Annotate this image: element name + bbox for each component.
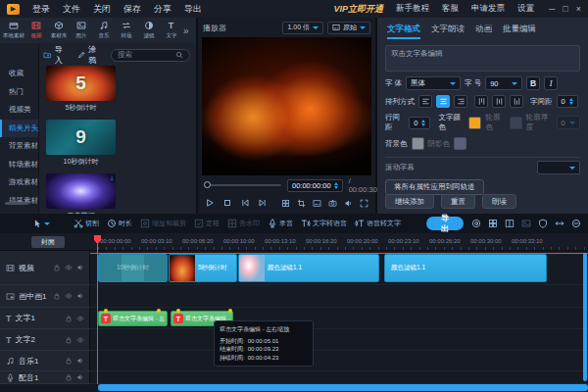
lock-icon[interactable] bbox=[65, 373, 73, 381]
text-color-swatch[interactable] bbox=[468, 117, 481, 129]
track-header-text2[interactable]: T 文字2 bbox=[0, 329, 90, 351]
category-intros[interactable]: 精美片头 bbox=[0, 120, 38, 138]
fullscreen-icon[interactable] bbox=[360, 199, 368, 208]
speaker-icon[interactable] bbox=[76, 292, 84, 300]
clip-handle[interactable] bbox=[228, 309, 232, 313]
eye-icon[interactable] bbox=[76, 315, 84, 322]
menu-save[interactable]: 保存 bbox=[123, 3, 141, 16]
picture-icon[interactable] bbox=[521, 219, 531, 228]
timeline-clip-video[interactable]: 5秒倒计时 bbox=[169, 254, 237, 282]
download-icon[interactable]: ↓ bbox=[110, 174, 114, 182]
lock-icon[interactable] bbox=[65, 336, 73, 344]
clip-handle[interactable] bbox=[157, 309, 161, 313]
previous-frame-button[interactable] bbox=[240, 198, 250, 208]
window-close-button[interactable]: × bbox=[576, 4, 581, 14]
menu-close[interactable]: 关闭 bbox=[93, 3, 111, 16]
tab-filter[interactable]: 滤镜 bbox=[137, 21, 160, 40]
zoom-out-icon[interactable] bbox=[571, 219, 581, 228]
duration-button[interactable]: 时长 bbox=[107, 219, 132, 228]
more-tabs-chevron-icon[interactable]: » bbox=[183, 25, 189, 36]
read-aloud-button[interactable]: 朗读 bbox=[482, 194, 516, 209]
seek-handle[interactable] bbox=[204, 181, 211, 188]
search-input[interactable]: 搜索 bbox=[111, 49, 190, 62]
timeline-vertical-scrollbar[interactable] bbox=[583, 253, 587, 381]
align-right-button[interactable] bbox=[454, 95, 467, 108]
category-transition[interactable]: 转场素材 bbox=[0, 156, 38, 174]
italic-button[interactable]: I bbox=[544, 76, 558, 90]
link-invoice[interactable]: 申请发票 bbox=[471, 3, 505, 15]
record-voice-button[interactable]: 录音 bbox=[268, 219, 293, 228]
category-favorites[interactable]: 收藏 bbox=[0, 65, 38, 83]
tab-asset-store[interactable]: 素材库 bbox=[47, 21, 70, 40]
volume-icon[interactable] bbox=[344, 199, 353, 208]
text-to-speech-button[interactable]: 文字转语音 bbox=[301, 219, 347, 228]
background-color-swatch[interactable] bbox=[412, 137, 424, 150]
menu-file[interactable]: 文件 bbox=[63, 3, 80, 16]
preview-screen[interactable] bbox=[202, 37, 371, 175]
tab-batch-edit[interactable]: 批量编辑 bbox=[503, 24, 536, 39]
voice-lane[interactable] bbox=[90, 371, 588, 384]
outline-width-select[interactable]: 0 bbox=[557, 116, 580, 129]
align-left-button[interactable] bbox=[418, 95, 432, 108]
text-content-input[interactable]: 双击文字条编辑 bbox=[385, 45, 580, 72]
asset-item[interactable]: 5 5秒倒计时 bbox=[46, 66, 116, 113]
timeline-clip-video[interactable]: 颜色滤镜1.1 bbox=[238, 254, 379, 282]
tab-text[interactable]: T文字 bbox=[160, 21, 182, 40]
clip-handle[interactable] bbox=[104, 309, 108, 313]
link-tutorial[interactable]: 新手教程 bbox=[396, 3, 429, 15]
continue-add-button[interactable]: 继续添加 bbox=[385, 194, 434, 209]
link-settings[interactable]: 设置 bbox=[517, 3, 534, 15]
asset-item[interactable]: 9 10秒倒计时 bbox=[46, 120, 116, 167]
asset-item[interactable]: ↓ 王者荣耀 bbox=[46, 173, 116, 214]
timeline-clip-video[interactable]: 颜色滤镜1.1 bbox=[384, 254, 547, 282]
font-family-select[interactable]: 黑体 bbox=[406, 76, 461, 90]
speaker-icon[interactable] bbox=[76, 373, 84, 381]
speaker-icon[interactable] bbox=[76, 357, 84, 365]
lock-icon[interactable] bbox=[53, 292, 61, 300]
track-header-pip[interactable]: 画中画1 bbox=[0, 285, 90, 308]
menu-share[interactable]: 分享 bbox=[154, 3, 172, 16]
text2-lane[interactable] bbox=[90, 329, 588, 351]
playback-speed-select[interactable]: 1.00 倍 bbox=[282, 22, 323, 34]
track-header-voice[interactable]: 配音1 bbox=[0, 371, 90, 384]
eye-icon[interactable] bbox=[65, 264, 73, 271]
split-screen-icon[interactable] bbox=[281, 199, 290, 208]
outline-color-swatch[interactable] bbox=[510, 117, 522, 129]
tab-local-media[interactable]: 本地素材 bbox=[2, 21, 24, 40]
snapshot-camera-icon[interactable] bbox=[328, 199, 337, 208]
link-support[interactable]: 客服 bbox=[442, 3, 459, 15]
dual-view-icon[interactable] bbox=[505, 219, 514, 228]
eye-icon[interactable] bbox=[76, 336, 84, 344]
window-minimize-button[interactable]: ─ bbox=[549, 4, 555, 14]
apply-to-track-button[interactable]: 将所有属性应用到同轨道 bbox=[385, 179, 484, 195]
seek-bar[interactable] bbox=[205, 184, 281, 186]
split-button[interactable]: 切割 bbox=[74, 219, 99, 228]
track-header-music[interactable]: 音乐1 bbox=[0, 351, 90, 371]
clip-handle[interactable] bbox=[176, 309, 180, 313]
timeline-clip-video[interactable]: 10秒倒计时 bbox=[98, 254, 168, 282]
category-background[interactable]: 背景素材 bbox=[0, 137, 38, 156]
track-header-text1[interactable]: T 文字1 bbox=[0, 308, 90, 329]
valign-middle-button[interactable] bbox=[492, 95, 506, 108]
aspect-ratio-select[interactable]: 原始 bbox=[327, 22, 370, 34]
cover-button[interactable]: 封面 bbox=[31, 236, 65, 248]
select-tool-button[interactable] bbox=[32, 219, 50, 228]
timeline-clip-text[interactable]: T 双击文字条编辑 - 左右缩放 bbox=[98, 311, 168, 326]
menu-login[interactable]: 登录 bbox=[32, 3, 50, 16]
tab-text-reading[interactable]: 文字朗读 bbox=[431, 24, 465, 39]
menu-export[interactable]: 导出 bbox=[184, 3, 202, 16]
split-screen-icon[interactable] bbox=[488, 219, 498, 228]
tab-text-format[interactable]: 文字格式 bbox=[387, 24, 420, 39]
time-stepper[interactable] bbox=[334, 182, 338, 189]
scrolling-subtitle-select[interactable] bbox=[537, 161, 580, 174]
tab-animation[interactable]: 动画 bbox=[475, 24, 492, 39]
tab-music[interactable]: 音乐 bbox=[92, 21, 115, 40]
reset-button[interactable]: 重置 bbox=[441, 194, 475, 209]
timeline-horizontal-scrollbar[interactable] bbox=[98, 384, 588, 391]
freeze-frame-button[interactable]: 定格 bbox=[194, 219, 220, 228]
playhead-line[interactable] bbox=[97, 235, 98, 384]
align-center-button[interactable] bbox=[436, 95, 450, 108]
valign-bottom-button[interactable] bbox=[510, 95, 523, 108]
category-hot[interactable]: 热门 bbox=[0, 83, 38, 102]
lock-icon[interactable] bbox=[65, 315, 73, 322]
